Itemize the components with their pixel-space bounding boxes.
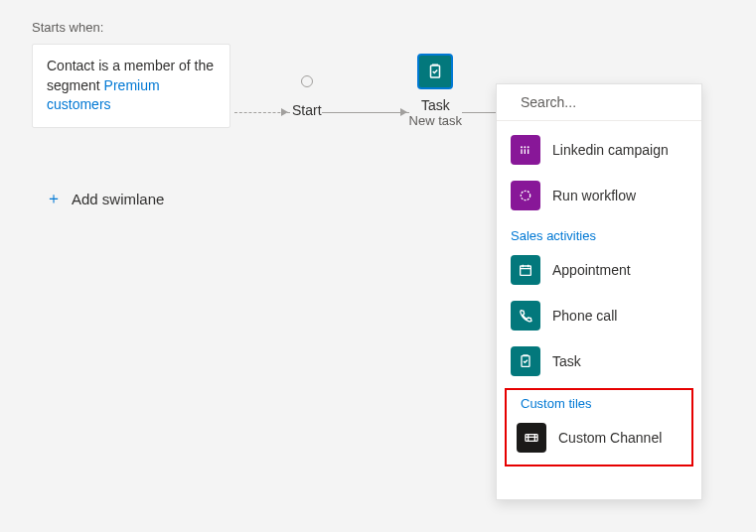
- svg-point-8: [521, 191, 529, 200]
- start-dot-icon: [301, 75, 313, 87]
- trigger-card[interactable]: Contact is a member of the segment Premi…: [32, 44, 230, 128]
- linkedin-icon: [511, 135, 540, 165]
- tile-label: Run workflow: [552, 188, 636, 203]
- tile-picker-panel: Linkedin campaign Run workflow Sales act…: [496, 83, 702, 500]
- clipboard-icon: [511, 346, 540, 376]
- tile-task[interactable]: Task: [497, 338, 701, 384]
- svg-rect-4: [525, 149, 526, 154]
- task-tile[interactable]: [417, 54, 453, 89]
- flow-row: Contact is a member of the segment Premi…: [32, 44, 569, 128]
- highlight-custom-tiles: Custom tiles Custom Channel: [505, 388, 693, 466]
- plus-icon: ＋: [46, 189, 62, 209]
- tile-label: Appointment: [552, 262, 631, 278]
- starts-when-label: Starts when:: [32, 20, 724, 35]
- panel-body: Linkedin campaign Run workflow Sales act…: [497, 121, 701, 499]
- tile-label: Task: [552, 353, 581, 369]
- search-box[interactable]: [497, 84, 701, 121]
- task-label: Task: [421, 97, 450, 113]
- section-custom-tiles: Custom tiles: [507, 390, 691, 415]
- phone-icon: [511, 301, 540, 331]
- svg-rect-3: [521, 149, 522, 154]
- arrow-icon: [400, 108, 407, 116]
- svg-rect-5: [528, 149, 529, 154]
- journey-canvas: Starts when: Contact is a member of the …: [0, 0, 756, 532]
- arrow-icon: [281, 108, 288, 116]
- calendar-icon: [511, 255, 540, 285]
- search-input[interactable]: [521, 94, 694, 110]
- tile-run-workflow[interactable]: Run workflow: [497, 173, 701, 218]
- tile-label: Linkedin campaign: [552, 142, 669, 158]
- start-node: Start: [292, 55, 322, 118]
- tile-appointment[interactable]: Appointment: [497, 247, 701, 293]
- channel-icon: [517, 423, 546, 453]
- connector-dashed: [234, 112, 290, 113]
- connector-solid: [322, 112, 409, 113]
- task-node[interactable]: Task New task: [409, 44, 462, 128]
- svg-point-7: [528, 146, 529, 148]
- tile-label: Custom Channel: [558, 430, 662, 446]
- tile-linkedin-campaign[interactable]: Linkedin campaign: [497, 127, 701, 173]
- svg-point-2: [521, 146, 523, 148]
- svg-rect-9: [521, 266, 531, 275]
- task-sub: New task: [409, 113, 462, 128]
- section-sales-activities: Sales activities: [497, 218, 701, 247]
- clipboard-icon: [426, 63, 444, 80]
- svg-point-6: [524, 146, 526, 148]
- tile-phone-call[interactable]: Phone call: [497, 293, 701, 338]
- workflow-icon: [511, 181, 540, 210]
- start-label: Start: [292, 102, 322, 118]
- tile-custom-channel[interactable]: Custom Channel: [507, 415, 691, 461]
- add-swimlane-button[interactable]: ＋ Add swimlane: [46, 189, 164, 209]
- add-swimlane-label: Add swimlane: [72, 191, 164, 207]
- tile-label: Phone call: [552, 308, 617, 324]
